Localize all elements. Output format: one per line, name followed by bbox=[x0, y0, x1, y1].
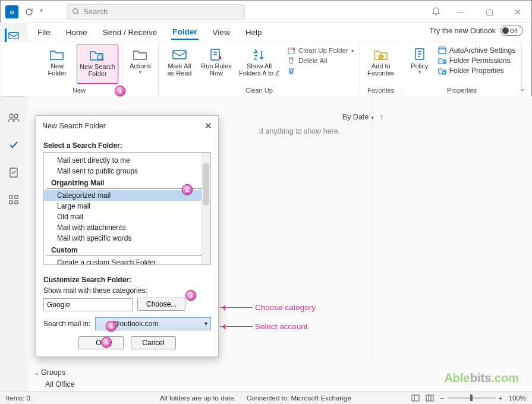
zoom-level: 100% bbox=[509, 394, 526, 402]
run-rules-button[interactable]: Run Rules Now bbox=[199, 45, 234, 84]
svg-rect-16 bbox=[173, 50, 186, 59]
mail-rail-icon[interactable] bbox=[5, 29, 19, 43]
show-all-folders-button[interactable]: AZ Show All Folders A to Z bbox=[236, 45, 282, 84]
tab-folder[interactable]: Folder bbox=[171, 25, 198, 40]
choose-button[interactable]: Choose... bbox=[137, 298, 185, 311]
minimize-button[interactable]: ─ bbox=[452, 7, 470, 17]
svg-rect-12 bbox=[15, 195, 18, 198]
search-folder-listbox[interactable]: Mail sent directly to me Mail sent to pu… bbox=[43, 152, 211, 265]
mark-all-read-button[interactable]: Mark All as Read bbox=[162, 45, 197, 84]
view-normal-icon[interactable] bbox=[411, 394, 420, 402]
maximize-button[interactable]: ▢ bbox=[480, 7, 498, 17]
badge-3: 3 bbox=[185, 290, 196, 301]
new-folder-button[interactable]: New Folder bbox=[40, 45, 74, 84]
recover-deleted-button[interactable] bbox=[287, 67, 354, 75]
try-outlook-toggle[interactable]: Off bbox=[500, 26, 523, 36]
refresh-icon[interactable] bbox=[24, 7, 34, 17]
svg-rect-14 bbox=[15, 201, 18, 204]
people-rail-icon[interactable] bbox=[7, 111, 21, 125]
list-header: Custom bbox=[46, 245, 206, 256]
sort-by-date[interactable]: By Date ▾ bbox=[342, 113, 374, 121]
svg-point-15 bbox=[97, 55, 102, 59]
qat-dropdown-icon[interactable]: ▾ bbox=[40, 7, 43, 17]
tab-home[interactable]: Home bbox=[65, 26, 89, 39]
view-reading-icon[interactable] bbox=[426, 394, 434, 402]
close-window-button[interactable]: ✕ bbox=[509, 7, 527, 17]
todo-rail-icon[interactable] bbox=[7, 138, 21, 152]
outlook-logo: o bbox=[5, 5, 18, 18]
svg-rect-3 bbox=[8, 33, 18, 39]
new-search-folder-dialog: New Search Folder ✕ Select a Search Fold… bbox=[36, 115, 219, 357]
tab-file[interactable]: File bbox=[36, 26, 52, 39]
folder-groups: ⌄Groups All Office bbox=[34, 368, 75, 389]
dialog-title: New Search Folder bbox=[42, 122, 106, 130]
svg-text:o: o bbox=[10, 8, 14, 15]
search-input[interactable]: Search bbox=[67, 4, 245, 20]
list-item[interactable]: Create a custom Search Folder bbox=[44, 257, 210, 265]
tab-help[interactable]: Help bbox=[244, 26, 263, 39]
apps-rail-icon[interactable] bbox=[7, 192, 21, 207]
actions-button[interactable]: Actions ▾ bbox=[126, 45, 155, 84]
cancel-button[interactable]: Cancel bbox=[131, 336, 176, 349]
folder-properties-button[interactable]: Folder Properties bbox=[438, 67, 515, 75]
list-item[interactable]: Old mail bbox=[44, 212, 210, 222]
svg-point-2 bbox=[73, 9, 78, 14]
categories-input[interactable] bbox=[43, 298, 133, 311]
select-folder-label: Select a Search Folder: bbox=[43, 141, 211, 150]
status-bar: Items: 0 All folders are up to date. Con… bbox=[0, 391, 532, 404]
svg-point-8 bbox=[10, 114, 13, 118]
try-outlook-label: Try the new Outlook bbox=[430, 27, 496, 35]
scrollbar-thumb[interactable] bbox=[203, 163, 209, 205]
svg-rect-21 bbox=[439, 49, 446, 53]
cleanup-folder-button[interactable]: Clean Up Folder▾ bbox=[287, 46, 354, 55]
dialog-close-button[interactable]: ✕ bbox=[204, 121, 212, 131]
callout-account: Select account bbox=[220, 322, 308, 331]
collapse-ribbon-icon[interactable]: ⌄ bbox=[520, 84, 525, 93]
status-uptodate: All folders are up to date. bbox=[160, 394, 236, 402]
search-placeholder: Search bbox=[83, 7, 108, 16]
add-to-favorites-button[interactable]: Add to Favorites bbox=[364, 45, 398, 84]
search-mail-in-label: Search mail in: bbox=[43, 320, 90, 328]
status-connection: Connected to: Microsoft Exchange bbox=[247, 394, 351, 402]
search-icon bbox=[72, 8, 80, 15]
badge-2: 2 bbox=[182, 184, 193, 195]
folder-permissions-button[interactable]: Folder Permissions bbox=[438, 56, 515, 65]
list-item[interactable]: Large mail bbox=[44, 201, 210, 212]
bell-icon[interactable] bbox=[431, 7, 441, 17]
ribbon-tabs: File Home Send / Receive Folder View Hel… bbox=[1, 23, 531, 42]
zoom-slider[interactable]: −+ bbox=[440, 394, 502, 402]
svg-rect-11 bbox=[10, 195, 12, 198]
new-search-folder-button[interactable]: New Search Folder bbox=[77, 45, 118, 84]
svg-point-22 bbox=[443, 61, 445, 63]
group-label-cleanup: Clean Up bbox=[245, 87, 273, 95]
list-item[interactable]: Mail sent directly to me bbox=[44, 155, 210, 166]
group-label-favorites: Favorites bbox=[367, 87, 394, 95]
svg-rect-25 bbox=[426, 395, 433, 401]
list-item[interactable]: Mail with specific words bbox=[44, 233, 210, 244]
svg-rect-13 bbox=[10, 201, 12, 204]
svg-rect-24 bbox=[412, 395, 419, 401]
svg-rect-23 bbox=[443, 71, 445, 74]
ablebits-watermark: Ablebits.com bbox=[444, 371, 519, 385]
reading-pane bbox=[372, 101, 532, 359]
delete-all-button[interactable]: Delete All bbox=[287, 56, 354, 65]
ribbon: New Folder New Search Folder New Actions… bbox=[1, 42, 531, 97]
status-items: Items: 0 bbox=[6, 394, 30, 402]
autoarchive-settings-button[interactable]: AutoArchive Settings bbox=[438, 46, 515, 55]
all-office-node[interactable]: All Office bbox=[34, 380, 75, 389]
svg-point-9 bbox=[14, 114, 18, 118]
tab-view[interactable]: View bbox=[212, 26, 231, 39]
badge-5: 5 bbox=[101, 337, 112, 348]
group-label-new: New bbox=[73, 87, 86, 95]
list-item[interactable]: Mail sent to public groups bbox=[44, 166, 210, 176]
group-label-properties: Properties bbox=[447, 87, 477, 95]
policy-button[interactable]: Policy ▾ bbox=[406, 45, 433, 84]
list-item[interactable]: Mail with attachments bbox=[44, 222, 210, 233]
badge-4: 4 bbox=[106, 321, 117, 332]
tasks-rail-icon[interactable] bbox=[7, 165, 21, 179]
empty-message: d anything to show here. bbox=[259, 127, 340, 135]
tab-sendreceive[interactable]: Send / Receive bbox=[102, 26, 159, 39]
callout-choose: Choose category bbox=[220, 303, 316, 312]
badge-1: 1 bbox=[115, 86, 125, 96]
groups-node[interactable]: ⌄Groups bbox=[34, 368, 75, 377]
